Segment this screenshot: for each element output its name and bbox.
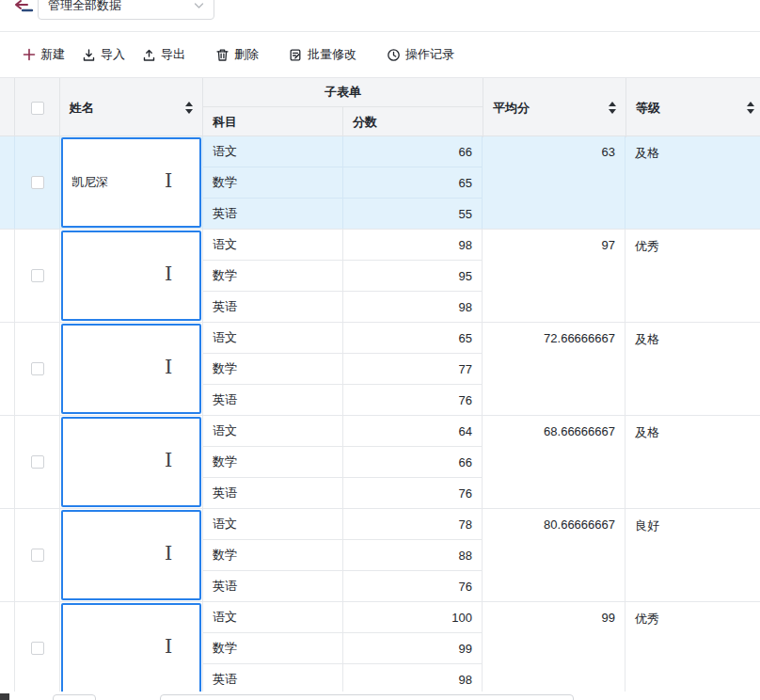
- score-cell[interactable]: 100: [343, 602, 482, 633]
- table-header: 姓名 子表单 科目 分数 平均分 等级: [0, 77, 760, 136]
- table-row[interactable]: 书乐 I 语文数学英语 989598 97 优秀: [0, 230, 760, 323]
- row-gutter: [0, 416, 15, 508]
- average-cell[interactable]: 80.66666667: [483, 509, 625, 601]
- grade-value: 良好: [635, 517, 659, 534]
- name-edit-input[interactable]: [63, 326, 237, 412]
- name-cell[interactable]: 和叶森 I: [60, 509, 203, 601]
- average-cell[interactable]: 99: [483, 602, 625, 694]
- grade-value: 及格: [635, 331, 659, 348]
- column-group-subform: 子表单: [203, 78, 483, 107]
- score-cell[interactable]: 65: [343, 323, 482, 354]
- column-header-name[interactable]: 姓名: [60, 78, 203, 137]
- score-cell[interactable]: 98: [343, 664, 482, 694]
- table-row[interactable]: 和叶森 I 语文数学英语 788876 80.66666667 良好: [0, 509, 760, 602]
- grade-cell[interactable]: 优秀: [625, 230, 760, 322]
- score-subcolumn: 788876: [343, 509, 483, 601]
- new-record-button[interactable]: 新建: [23, 46, 65, 63]
- batch-edit-button[interactable]: 批量修改: [289, 46, 356, 63]
- score-cell[interactable]: 76: [343, 385, 482, 415]
- grade-cell[interactable]: 及格: [625, 416, 760, 508]
- score-cell[interactable]: 66: [343, 447, 482, 478]
- name-cell[interactable]: I: [60, 136, 203, 229]
- score-cell[interactable]: 64: [343, 416, 482, 447]
- sort-icon[interactable]: [609, 102, 616, 114]
- column-header-score: 分数: [343, 107, 483, 137]
- column-header-subject: 科目: [203, 107, 343, 137]
- average-value: 99: [602, 611, 615, 625]
- grade-cell[interactable]: 良好: [625, 509, 760, 601]
- average-cell[interactable]: 68.66666667: [483, 416, 625, 508]
- score-cell[interactable]: 77: [343, 354, 482, 385]
- name-cell[interactable]: 慕容熙 I: [60, 602, 203, 694]
- row-checkbox[interactable]: [31, 455, 44, 469]
- plus-icon: [23, 48, 36, 61]
- score-cell[interactable]: 66: [343, 136, 482, 167]
- name-cell[interactable]: 盖聂 I: [60, 323, 203, 415]
- row-checkbox[interactable]: [31, 269, 44, 282]
- sort-icon[interactable]: [185, 102, 193, 114]
- trash-icon: [215, 48, 230, 62]
- name-edit-input[interactable]: [63, 605, 237, 692]
- grade-value: 及格: [635, 145, 659, 162]
- score-subcolumn: 657776: [343, 323, 483, 415]
- row-checkbox[interactable]: [31, 362, 44, 375]
- score-cell[interactable]: 76: [343, 478, 482, 508]
- row-checkbox-cell: [15, 602, 60, 694]
- score-cell[interactable]: 99: [343, 633, 482, 664]
- view-selector-dropdown[interactable]: 管理全部数据: [38, 0, 214, 20]
- score-cell[interactable]: 55: [343, 199, 482, 229]
- score-cell[interactable]: 98: [343, 292, 482, 322]
- grade-cell[interactable]: 及格: [625, 323, 760, 415]
- row-gutter: [0, 136, 15, 229]
- operation-log-button[interactable]: 操作记录: [387, 46, 454, 63]
- cutoff-field-shape: [160, 694, 574, 700]
- average-cell[interactable]: 72.66666667: [483, 323, 625, 415]
- import-button[interactable]: 导入: [82, 46, 125, 63]
- score-subcolumn: 666555: [343, 136, 483, 229]
- score-cell[interactable]: 65: [343, 167, 482, 199]
- cutoff-checkbox-shape: [53, 694, 96, 700]
- topbar: 管理全部数据: [0, 0, 760, 32]
- select-all-checkbox[interactable]: [31, 102, 44, 115]
- table-row[interactable]: I 语文数学英语 666555 63 及格: [0, 136, 760, 230]
- sort-icon[interactable]: [747, 102, 754, 114]
- back-collapse-icon[interactable]: [15, 0, 34, 15]
- average-value: 80.66666667: [544, 517, 615, 532]
- delete-button[interactable]: 删除: [215, 46, 259, 63]
- name-editor: I: [61, 417, 201, 507]
- average-cell[interactable]: 63: [483, 136, 625, 229]
- grade-cell[interactable]: 及格: [625, 136, 760, 229]
- grade-cell[interactable]: 优秀: [625, 602, 760, 694]
- average-value: 97: [602, 238, 615, 252]
- row-checkbox[interactable]: [31, 642, 44, 655]
- row-checkbox-cell: [15, 416, 60, 508]
- name-editor: I: [61, 231, 201, 321]
- name-edit-input[interactable]: [63, 419, 237, 505]
- score-cell[interactable]: 88: [343, 540, 482, 571]
- name-edit-input[interactable]: [63, 232, 237, 319]
- average-cell[interactable]: 97: [483, 230, 625, 322]
- score-cell[interactable]: 95: [343, 261, 482, 292]
- header-gutter: [0, 78, 15, 137]
- export-icon: [142, 48, 156, 62]
- name-cell[interactable]: 吉尼 I: [60, 416, 203, 508]
- table-row[interactable]: 盖聂 I 语文数学英语 657776 72.66666667 及格: [0, 323, 760, 416]
- column-header-average[interactable]: 平均分: [483, 78, 625, 137]
- name-editor: I: [61, 324, 201, 414]
- grade-value: 优秀: [635, 611, 659, 628]
- row-gutter: [0, 323, 15, 415]
- score-cell[interactable]: 76: [343, 571, 482, 601]
- records-table: 姓名 子表单 科目 分数 平均分 等级: [0, 77, 760, 695]
- score-cell[interactable]: 78: [343, 509, 482, 540]
- name-editor: I: [61, 137, 201, 228]
- column-header-grade[interactable]: 等级: [625, 78, 760, 137]
- table-row[interactable]: 慕容熙 I 语文数学英语 1009998 99 优秀: [0, 602, 760, 695]
- row-checkbox[interactable]: [31, 549, 44, 562]
- table-row[interactable]: 吉尼 I 语文数学英语 646676 68.66666667 及格: [0, 416, 760, 509]
- export-button[interactable]: 导出: [142, 46, 185, 63]
- name-cell[interactable]: 书乐 I: [60, 230, 203, 322]
- name-edit-input[interactable]: [63, 512, 237, 598]
- score-cell[interactable]: 98: [343, 230, 482, 261]
- name-edit-input[interactable]: [63, 139, 237, 226]
- row-checkbox[interactable]: [31, 176, 44, 189]
